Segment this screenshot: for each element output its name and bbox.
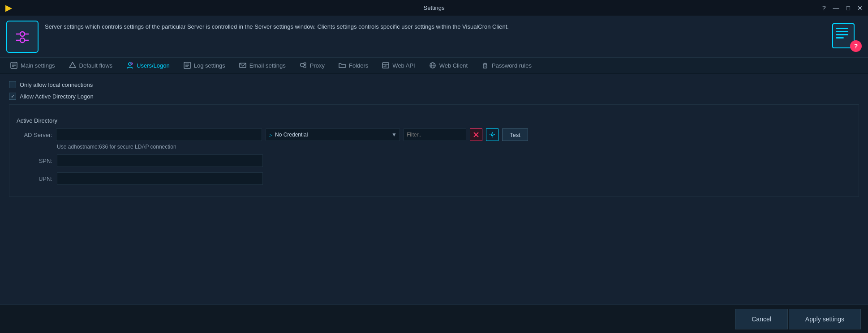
tab-web-client-label: Web Client — [439, 62, 468, 69]
help-doc-lines — [836, 28, 848, 38]
tab-main-settings-label: Main settings — [21, 62, 55, 69]
local-connections-checkbox[interactable] — [9, 81, 16, 88]
titlebar: ▶ Settings ? — □ ✕ — [0, 0, 868, 16]
tab-main-settings[interactable]: Main settings — [4, 58, 61, 74]
settings-button[interactable] — [486, 128, 498, 141]
window-controls: ? — □ ✕ — [822, 4, 863, 12]
clear-button[interactable] — [470, 128, 482, 141]
help-question-badge: ? — [850, 40, 862, 52]
tab-proxy[interactable]: Proxy — [293, 58, 331, 74]
maximize-button[interactable]: □ — [847, 4, 850, 12]
header: Server settings which controls settings … — [0, 16, 868, 58]
content-area: Only allow local connections Allow Activ… — [0, 74, 868, 304]
tab-web-client[interactable]: Web Client — [422, 58, 474, 74]
close-button[interactable]: ✕ — [857, 4, 863, 12]
credential-label: No Credential — [275, 132, 308, 138]
svg-marker-10 — [69, 62, 76, 68]
ad-server-input[interactable] — [56, 128, 262, 141]
help-icon-container: ? — [829, 21, 862, 53]
svg-point-0 — [20, 32, 25, 36]
doc-line-3 — [836, 34, 848, 35]
window-title: Settings — [424, 4, 445, 11]
main-window: Server settings which controls settings … — [0, 16, 868, 333]
tab-users-logon-label: Users/Logon — [137, 62, 170, 69]
active-directory-section: Active Directory AD Server: ▷ No Credent… — [9, 104, 859, 197]
header-description: Server settings which controls settings … — [45, 21, 823, 31]
tab-email-settings-label: Email settings — [249, 62, 286, 69]
upn-input[interactable] — [57, 172, 263, 185]
spn-row: SPN: — [17, 154, 851, 167]
tabbar: Main settings Default flows Users/Logon — [0, 58, 868, 74]
hint-text: Use adhostname:636 for secure LDAP conne… — [57, 144, 851, 150]
minimize-button[interactable]: — — [833, 4, 839, 12]
tab-proxy-label: Proxy — [310, 62, 325, 69]
upn-label: UPN: — [17, 175, 52, 182]
tab-web-api-label: Web API — [392, 62, 415, 69]
tab-default-flows[interactable]: Default flows — [62, 58, 119, 74]
section-title: Active Directory — [17, 117, 851, 124]
tab-default-flows-label: Default flows — [79, 62, 112, 69]
tab-web-api[interactable]: API Web API — [375, 58, 421, 74]
ad-server-label: AD Server: — [17, 132, 52, 138]
tab-password-rules[interactable]: Password rules — [475, 58, 538, 74]
help-icon: ? — [832, 23, 859, 50]
test-button[interactable]: Test — [502, 128, 528, 141]
doc-line-2 — [836, 31, 848, 32]
spn-input[interactable] — [57, 154, 263, 167]
svg-rect-20 — [304, 66, 306, 68]
credential-dropdown[interactable]: ▷ No Credential ▼ — [266, 128, 400, 141]
play-icon: ▷ — [269, 132, 272, 137]
app-icon — [6, 21, 39, 53]
local-connections-label: Only allow local connections — [20, 81, 93, 88]
doc-line-1 — [836, 28, 848, 29]
svg-text:API: API — [383, 65, 387, 68]
help-button[interactable]: ? — [822, 4, 826, 12]
cancel-button[interactable]: Cancel — [735, 309, 788, 329]
active-directory-logon-row: Allow Active Directory Logon — [9, 93, 859, 100]
tab-log-settings-label: Log settings — [194, 62, 225, 69]
tab-folders[interactable]: Folders — [332, 58, 374, 74]
active-directory-logon-checkbox[interactable] — [9, 93, 16, 100]
tab-users-logon[interactable]: Users/Logon — [120, 58, 176, 74]
upn-row: UPN: — [17, 172, 851, 185]
active-directory-logon-label: Allow Active Directory Logon — [20, 93, 94, 100]
app-logo: ▶ — [5, 3, 12, 13]
apply-settings-button[interactable]: Apply settings — [789, 309, 861, 329]
svg-point-31 — [485, 66, 486, 67]
local-connections-row: Only allow local connections — [9, 81, 859, 88]
tab-email-settings[interactable]: Email settings — [232, 58, 292, 74]
filter-input[interactable] — [404, 128, 466, 141]
tab-folders-label: Folders — [349, 62, 368, 69]
tab-log-settings[interactable]: Log settings — [177, 58, 232, 74]
footer: Cancel Apply settings — [0, 304, 868, 333]
dropdown-arrow-icon: ▼ — [391, 132, 397, 138]
doc-line-4 — [836, 37, 844, 38]
spn-label: SPN: — [17, 158, 52, 164]
tab-password-rules-label: Password rules — [492, 62, 532, 69]
svg-point-34 — [491, 134, 493, 136]
ad-server-row: AD Server: ▷ No Credential ▼ — [17, 128, 851, 141]
svg-point-3 — [20, 38, 25, 43]
